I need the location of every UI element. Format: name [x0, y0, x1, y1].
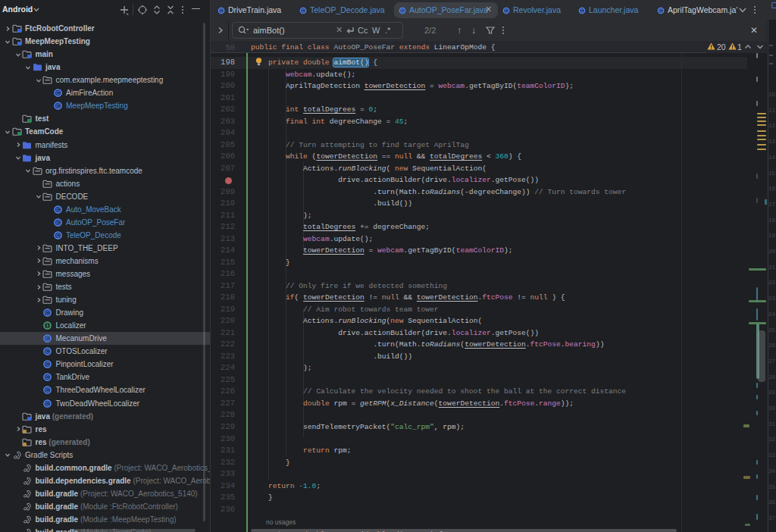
svg-text:C: C — [55, 220, 59, 225]
svg-text:I: I — [47, 323, 48, 328]
svg-text:C: C — [401, 8, 404, 13]
svg-text:C: C — [45, 374, 49, 380]
svg-text:C: C — [55, 90, 59, 95]
svg-text:C: C — [505, 8, 508, 13]
svg-text:C: C — [45, 336, 49, 341]
svg-text:C: C — [45, 349, 49, 354]
svg-text:C: C — [659, 8, 662, 13]
svg-text:C: C — [45, 310, 49, 315]
svg-text:C: C — [580, 8, 584, 13]
svg-text:C: C — [220, 8, 223, 13]
svg-text:C: C — [55, 103, 59, 108]
svg-text:C: C — [55, 233, 59, 238]
svg-text:C: C — [45, 401, 49, 406]
svg-text:C: C — [45, 387, 49, 393]
svg-text:C: C — [45, 361, 49, 367]
svg-text:C: C — [302, 8, 305, 13]
svg-text:C: C — [55, 207, 59, 212]
